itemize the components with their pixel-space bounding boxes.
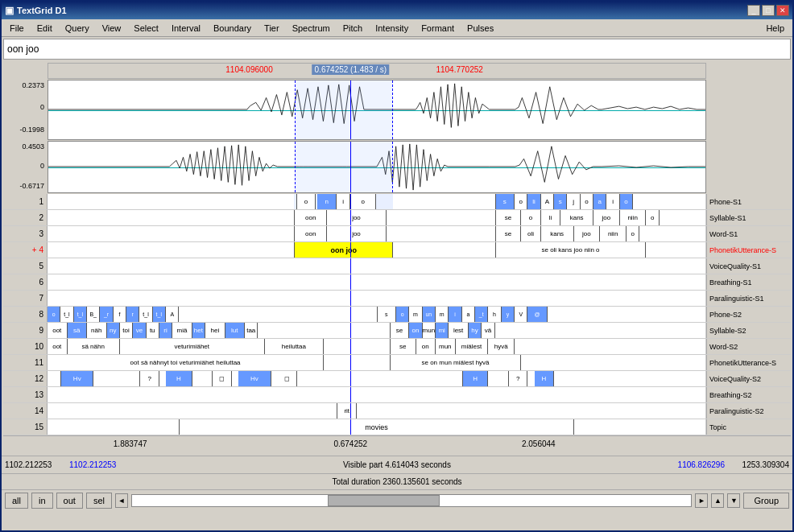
tier-content-11[interactable]: oot sä nähnyt toi veturimiähet heiluttaa… [48, 355, 706, 370]
title-bar-text: ▣ TextGrid D1 [5, 5, 67, 16]
tier-row-10[interactable]: 10 oot sä nähn veturimiähet heiluttaa se… [3, 339, 791, 355]
tier-segment: o [48, 307, 60, 322]
scroll-thumb[interactable] [328, 495, 440, 506]
tier-label-6: Breathing-S1 [706, 274, 791, 290]
tier-content-1[interactable]: o n i o s o li A s j o a i o [48, 194, 706, 209]
maximize-button[interactable]: □ [762, 5, 775, 16]
tier-content-10[interactable]: oot sä nähn veturimiähet heiluttaa se on… [48, 339, 706, 354]
sel-button[interactable]: sel [86, 493, 112, 509]
info-text: oon joo [7, 43, 39, 55]
tier-content-8[interactable]: o t_l t_l B_ _r f r t_l t_I A s o m un m… [48, 307, 706, 322]
menu-formant[interactable]: Formant [415, 22, 461, 35]
all-button[interactable]: all [5, 493, 28, 509]
time-left-red: 1104.096000 [225, 65, 272, 74]
tier-segment: miä [172, 323, 192, 338]
tier-content-14[interactable]: rit [48, 403, 706, 419]
tier-row-7[interactable]: 7 Paralinguistic-S1 [3, 291, 791, 307]
tier-segment: on [416, 339, 436, 354]
menu-help[interactable]: Help [759, 22, 791, 35]
tier-num-7: 7 [39, 294, 43, 303]
menu-select[interactable]: Select [127, 22, 165, 35]
menu-boundary[interactable]: Boundary [207, 22, 258, 35]
tier-content-3[interactable]: oon joo se oli kans joo niin o [48, 226, 706, 241]
tier-row-2[interactable]: 2 oon joo se o li kans joo niin o Syllab… [3, 210, 791, 226]
tier-content-12[interactable]: Hv ? H ◻ Hv ◻ H ? H [48, 371, 706, 386]
minimize-button[interactable]: _ [747, 5, 760, 16]
tier-segment: ◻ [212, 371, 232, 386]
tier-segment: sä nähn [68, 339, 120, 354]
menu-edit[interactable]: Edit [31, 22, 59, 35]
tier-row-3[interactable]: 3 oon joo se oli kans joo niin o Word-S1 [3, 226, 791, 242]
info-bar[interactable]: oon joo [3, 39, 791, 60]
tier-content-4[interactable]: oon joo se oli kans joo niin o [48, 242, 706, 258]
time-ruler: 1104.096000 0.674252 (1.483 / s) 1104.77… [3, 63, 791, 79]
tier-label-1: Phone-S1 [706, 194, 791, 209]
tier-segment: hei [205, 323, 225, 338]
time-bar-left: 1.883747 [114, 439, 147, 448]
tier-row-15[interactable]: 15 movies Topic [3, 419, 791, 435]
tier-row-8[interactable]: 8 o t_l t_l B_ _r f r t_l t_I A s o m un… [3, 307, 791, 323]
tier-segment: taa [245, 323, 258, 338]
tier-segment: m [409, 307, 422, 322]
tier-content-2[interactable]: oon joo se o li kans joo niin o [48, 210, 706, 225]
scroll-up-button[interactable]: ▲ [711, 493, 724, 508]
status-right-value: 1253.309304 [725, 460, 789, 469]
tier-segment: on [409, 323, 422, 338]
menu-spectrum[interactable]: Spectrum [286, 22, 337, 35]
close-button[interactable]: ✕ [776, 5, 789, 16]
scroll-right-button[interactable]: ► [695, 493, 708, 508]
waveform-lower-container: 0.4503 0 -0.6717 [3, 141, 791, 193]
tier-segment: sä [68, 323, 88, 338]
menu-interval[interactable]: Interval [165, 22, 207, 35]
out-button[interactable]: out [56, 493, 83, 509]
tier-row-4[interactable]: + 4 oon joo se oli kans joo niin o Phone… [3, 242, 791, 258]
tier-segment: @ [527, 307, 548, 322]
tier-content-9[interactable]: oot sä näh ny toi ve tu ri miä het hei l… [48, 323, 706, 338]
tier-num-14: 14 [35, 406, 43, 415]
time-right-red: 1104.770252 [436, 65, 482, 74]
tier-segment: y [502, 307, 515, 322]
scroll-down-button[interactable]: ▼ [727, 493, 740, 508]
tier-num-15: 15 [35, 423, 43, 431]
waveform-lower[interactable] [48, 141, 706, 193]
menu-query[interactable]: Query [59, 22, 96, 35]
menu-intensity[interactable]: Intensity [369, 22, 415, 35]
menu-pitch[interactable]: Pitch [337, 22, 369, 35]
tier-segment: mun [436, 339, 456, 354]
tier-segment: oot [48, 323, 68, 338]
tier-segment: Hv [238, 371, 271, 386]
tier-num-11: 11 [35, 358, 43, 367]
menu-file[interactable]: File [3, 22, 31, 35]
in-button[interactable]: in [31, 493, 53, 509]
waveform1-min: -0.1998 [19, 126, 44, 134]
tier-row-5[interactable]: 5 VoiceQuality-S1 [3, 258, 791, 274]
menu-view[interactable]: View [96, 22, 128, 35]
tier-content-7[interactable] [48, 291, 706, 306]
menu-pulses[interactable]: Pulses [461, 22, 500, 35]
app-icon: ▣ [5, 5, 14, 16]
tier-content-15[interactable]: movies [48, 419, 706, 435]
tier-segment: j [567, 194, 580, 209]
tier-row-14[interactable]: 14 rit Paralinguistic-S2 [3, 403, 791, 419]
tier-num-8: 8 [39, 310, 43, 319]
tier-row-11[interactable]: 11 oot sä nähnyt toi veturimiähet heilut… [3, 355, 791, 371]
tier-segment: kans [560, 210, 593, 225]
tier-row-13[interactable]: 13 Breathing-S2 [3, 387, 791, 403]
tier-segment: rit [337, 403, 357, 419]
status-bar-1: 1102.212253 1102.212253 Visible part 4.6… [2, 456, 792, 473]
tier-content-5[interactable] [48, 258, 706, 274]
tier-row-6[interactable]: 6 Breathing-S1 [3, 274, 791, 291]
scroll-left-button[interactable]: ◄ [115, 493, 128, 508]
time-center: 0.674252 (1.483 / s) [312, 64, 390, 75]
tier-row-12[interactable]: 12 Hv ? H ◻ Hv ◻ H ? H VoiceQuality-S2 [3, 371, 791, 387]
group-button[interactable]: Group [743, 493, 789, 509]
tier-content-13[interactable] [48, 387, 706, 402]
tier-segment: H [462, 371, 489, 386]
tier-row-9[interactable]: 9 oot sä näh ny toi ve tu ri miä het hei… [3, 323, 791, 339]
waveform-upper[interactable] [48, 80, 706, 140]
tier-content-6[interactable] [48, 274, 706, 290]
title-bar: ▣ TextGrid D1 _ □ ✕ [2, 2, 792, 19]
menu-tier[interactable]: Tier [258, 22, 286, 35]
tier-row-1[interactable]: 1 o n i o s o li A s j o a i o [3, 194, 791, 210]
scroll-bar[interactable] [131, 494, 692, 507]
